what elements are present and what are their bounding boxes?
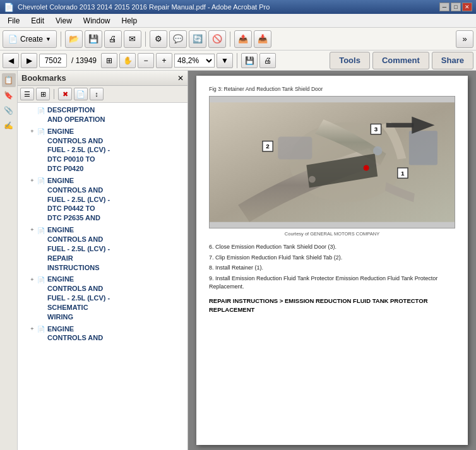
list-item[interactable]: + 📄 ENGINECONTROLS ANDFUEL - 2.5L (LCV) … (18, 175, 187, 224)
email-icon: ✉ (129, 34, 136, 44)
pdf-page: Fig 3: Retainer And Reduction Tank Shiel… (196, 76, 468, 445)
save-button[interactable]: 💾 (85, 30, 102, 48)
print-button[interactable]: 🖨 (104, 30, 122, 48)
list-item[interactable]: + 📄 ENGINECONTROLS AND (18, 323, 187, 345)
menu-bar: File Edit View Window Help (0, 14, 476, 28)
panel-view-btn[interactable]: ☰ (20, 88, 34, 100)
create-label: Create (20, 35, 43, 44)
panel-delete-btn[interactable]: ✖ (58, 88, 72, 100)
step-9: 9. Install Emission Reduction Fluid Tank… (209, 275, 455, 292)
cancel-button[interactable]: 🚫 (208, 30, 226, 48)
panel-toolbar: ☰ ⊞ ✖ 📄 ↕ (18, 86, 187, 103)
bookmark-text: ENGINECONTROLS ANDFUEL - 2.5L (LCV) -SCH… (47, 275, 110, 321)
bookmarks-panel: Bookmarks ✕ ☰ ⊞ ✖ 📄 ↕ 📄 DESCRIPTIONAND O… (18, 71, 188, 450)
svg-rect-3 (409, 131, 437, 165)
save-icon: 💾 (88, 34, 98, 44)
tools-tab[interactable]: Tools (330, 52, 370, 69)
toolbar-separator-1 (61, 32, 61, 47)
page-number-input[interactable]: 7502 (39, 54, 67, 68)
zoom-select[interactable]: 48,2% 25% 50% 75% 100% 150% (174, 54, 215, 68)
menu-edit[interactable]: Edit (26, 15, 49, 27)
open-button[interactable]: 📂 (65, 30, 83, 48)
hand-icon: ✋ (123, 56, 133, 65)
panel-move-btn[interactable]: ↕ (90, 88, 104, 100)
maximize-button[interactable]: □ (451, 3, 461, 11)
step-8: 8. Install Retainer (1). (209, 264, 455, 273)
expand-toolbar-button[interactable]: » (456, 30, 473, 48)
create-button[interactable]: 📄 Create ▼ (3, 30, 57, 48)
refresh-button[interactable]: 🔄 (189, 30, 206, 48)
settings-button[interactable]: ⚙ (150, 30, 167, 48)
menu-window[interactable]: Window (78, 15, 116, 27)
zoom-dropdown-button[interactable]: ▼ (217, 53, 233, 68)
zoom-in-button[interactable]: + (156, 53, 172, 68)
nav-back-button[interactable]: ◀ (3, 53, 19, 68)
dropdown-icon: ▼ (221, 56, 229, 65)
save-nav-button[interactable]: 💾 (241, 53, 258, 68)
fig-image: 2 3 1 (209, 96, 455, 228)
print-icon: 🖨 (109, 34, 117, 44)
panel-close-icon[interactable]: ✕ (177, 74, 184, 83)
zoom-mode-icon: ⊞ (106, 56, 112, 65)
title-bar: 📄 Chevrolet Colorado 2013 2014 2015 2016… (0, 0, 476, 14)
fig-caption: Fig 3: Retainer And Reduction Tank Shiel… (209, 86, 455, 92)
bookmark-text: ENGINECONTROLS AND (47, 324, 103, 343)
bookmark-doc-icon: 📄 (37, 325, 45, 334)
back-arrow-icon: ◀ (8, 56, 14, 65)
expander-icon (28, 106, 37, 115)
signature-icon[interactable]: ✍ (2, 119, 16, 133)
svg-text:2: 2 (266, 143, 270, 150)
main-area: 📋 🔖 📎 ✍ Bookmarks ✕ ☰ ⊞ ✖ 📄 ↕ 📄 DESCRIPT… (0, 71, 476, 450)
app-icon: 📄 (4, 3, 14, 12)
page-total-text: / 13949 (69, 56, 99, 65)
bookmark-text: ENGINECONTROLS ANDFUEL - 2.5L (LCV) -REP… (47, 225, 110, 272)
svg-text:3: 3 (374, 126, 378, 133)
print-nav-icon: 🖨 (264, 56, 271, 65)
expander-icon: + (28, 127, 37, 136)
list-item[interactable]: 📄 DESCRIPTIONAND OPERATION (18, 104, 187, 126)
hand-tool-button[interactable]: ✋ (119, 53, 136, 68)
svg-point-5 (309, 176, 316, 183)
list-item[interactable]: + 📄 ENGINECONTROLS ANDFUEL - 2.5L (LCV) … (18, 126, 187, 175)
zoom-out-button[interactable]: − (138, 53, 154, 68)
zoom-in-icon: + (162, 56, 167, 65)
save-nav-icon: 💾 (245, 56, 254, 65)
panel-expand-btn[interactable]: ⊞ (36, 88, 50, 100)
email-button[interactable]: ✉ (124, 30, 141, 48)
pdf-view: Fig 3: Retainer And Reduction Tank Shiel… (188, 71, 476, 450)
minimize-button[interactable]: ─ (439, 3, 449, 11)
nav-forward-button[interactable]: ▶ (21, 53, 37, 68)
panel-new-btn[interactable]: 📄 (74, 88, 88, 100)
bookmark-text: ENGINECONTROLS ANDFUEL - 2.5L (LCV) -DTC… (47, 176, 110, 223)
export-button[interactable]: 📤 (234, 30, 252, 48)
bookmarks-tree[interactable]: 📄 DESCRIPTIONAND OPERATION + 📄 ENGINECON… (18, 103, 187, 450)
bookmark-text: DESCRIPTIONAND OPERATION (47, 105, 105, 124)
import-button[interactable]: 📥 (254, 30, 271, 48)
panel-sep (54, 89, 54, 99)
expander-icon: + (28, 177, 37, 186)
list-item[interactable]: + 📄 ENGINECONTROLS ANDFUEL - 2.5L (LCV) … (18, 273, 187, 323)
close-button[interactable]: ✕ (462, 3, 472, 11)
list-item[interactable]: + 📄 ENGINECONTROLS ANDFUEL - 2.5L (LCV) … (18, 224, 187, 273)
step-7: 7. Clip Emission Reduction Fluid Tank Sh… (209, 254, 455, 263)
bookmarks-icon[interactable]: 🔖 (2, 88, 16, 102)
svg-text:1: 1 (401, 170, 405, 177)
pages-icon[interactable]: 📋 (2, 73, 16, 87)
bookmark-text: ENGINECONTROLS ANDFUEL - 2.5L (LCV) -DTC… (47, 127, 110, 174)
create-icon: 📄 (8, 35, 18, 44)
svg-point-12 (364, 165, 369, 171)
menu-help[interactable]: Help (117, 15, 143, 27)
menu-file[interactable]: File (3, 15, 25, 27)
attach-icon[interactable]: 📎 (2, 104, 16, 117)
zoom-mode-button[interactable]: ⊞ (101, 53, 117, 68)
panel-header: Bookmarks ✕ (18, 71, 187, 86)
print-nav-button[interactable]: 🖨 (259, 53, 276, 68)
bookmark-doc-icon: 📄 (37, 275, 45, 284)
create-dropdown-icon: ▼ (45, 36, 51, 42)
comment-tool-button[interactable]: 💬 (169, 30, 187, 48)
courtesy-text: Courtesy of GENERAL MOTORS COMPANY (209, 231, 455, 237)
menu-view[interactable]: View (51, 15, 77, 27)
zoom-out-icon: − (144, 56, 148, 65)
share-tab[interactable]: Share (432, 52, 473, 69)
comment-tab[interactable]: Comment (372, 52, 429, 69)
